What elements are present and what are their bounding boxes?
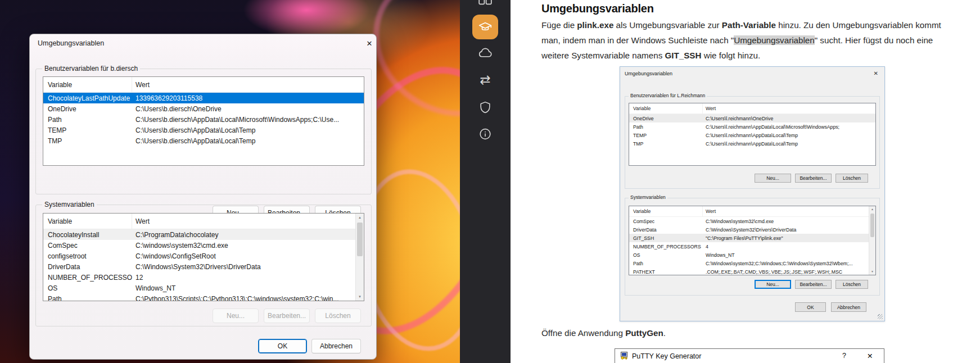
new-button: Neu... [755, 174, 791, 183]
table-row[interactable]: ComSpecC:\windows\system32\cmd.exe [43, 240, 356, 251]
system-variables-table[interactable]: Variable Wert ChocolateyInstallC:\Progra… [43, 213, 364, 301]
dialog-title: Umgebungsvariablen [625, 71, 672, 76]
edit-button: Bearbeiten... [795, 280, 832, 289]
sidebar-item-docs-active[interactable] [472, 15, 498, 39]
table-row[interactable]: TMPC:\Users\b.diersch\AppData\Local\Temp [43, 135, 364, 146]
page-title: Umgebungsvariablen [541, 2, 654, 15]
graduation-cap-icon [478, 20, 493, 34]
column-wert: Wert [132, 217, 150, 225]
column-variable: Variable [629, 103, 703, 114]
app-sidebar: ⇄ [460, 0, 511, 363]
table-row: NUMBER_OF_PROCESSORS4 [629, 242, 869, 251]
scroll-down-icon: ▼ [869, 269, 875, 275]
environment-variables-dialog: Umgebungsvariablen ✕ Benutzervariablen f… [29, 34, 377, 360]
table-row[interactable]: ChocolateyLastPathUpdate1339636292031155… [43, 93, 364, 103]
table-row: TMPC:\Users\l.reichmann\AppData\Local\Te… [629, 139, 875, 148]
scroll-up-icon: ▲ [869, 206, 875, 212]
user-variables-table[interactable]: Variable Wert ChocolateyLastPathUpdate13… [43, 76, 364, 166]
intro-paragraph: Füge die plink.exe als Umgebungsvariable… [541, 17, 941, 63]
table-row: PATHEXT.COM;.EXE;.BAT;.CMD;.VBS;.VBE;.JS… [629, 267, 869, 275]
putty-key-generator-window: PuTTY Key Generator ? ✕ [615, 348, 884, 363]
info-icon[interactable] [478, 127, 493, 141]
screen: Umgebungsvariablen ✕ Benutzervariablen f… [0, 0, 980, 363]
user-variables-table: Variable Wert OneDriveC:\Users\l.reichma… [629, 103, 876, 166]
scroll-down-icon[interactable]: ▼ [356, 293, 364, 301]
table-row[interactable]: configsetrootC:\windows\ConfigSetRoot [43, 251, 356, 261]
new-system-variable-button: Neu... [213, 308, 259, 323]
scrollbar: ▲ ▼ [869, 206, 875, 275]
table-row: DriverDataC:\Windows\System32\Drivers\Dr… [629, 225, 869, 234]
close-icon: ✕ [867, 352, 873, 360]
new-button: Neu... [755, 280, 791, 289]
scroll-up-icon[interactable]: ▲ [356, 214, 364, 221]
view-grid-icon[interactable] [478, 0, 493, 12]
user-variables-group-label: Benutzervariablen für b.diersch [42, 65, 140, 72]
table-row: PathC:\Windows\system32;C:\Windows;C:\Wi… [629, 259, 869, 267]
cloud-icon[interactable] [478, 46, 493, 60]
paragraph-line: weitere Systemvariable namens GIT_SSH wi… [541, 48, 941, 63]
window-title: PuTTY Key Generator [632, 352, 701, 360]
help-icon: ? [842, 352, 846, 360]
ok-button: OK [795, 302, 826, 312]
paragraph-line: man, indem man in der Windows Suchleiste… [541, 33, 941, 48]
column-variable: Variable [43, 77, 132, 92]
table-row[interactable]: NUMBER_OF_PROCESSORS12 [43, 272, 356, 283]
column-variable: Variable [43, 214, 132, 229]
shield-icon[interactable] [478, 100, 493, 115]
resize-grip [878, 314, 883, 319]
cancel-button[interactable]: Abbrechen [311, 339, 361, 353]
open-puttygen-line: Öffne die Anwendung PuttyGen. [541, 328, 666, 338]
paragraph-line: Füge die plink.exe als Umgebungsvariable… [541, 17, 941, 33]
table-row[interactable]: OSWindows_NT [43, 283, 356, 293]
docs-page: Umgebungsvariablen Füge die plink.exe al… [511, 0, 980, 363]
column-wert: Wert [132, 81, 150, 89]
delete-system-variable-button: Löschen [315, 308, 361, 323]
ok-button[interactable]: OK [258, 339, 307, 353]
table-row[interactable]: DriverDataC:\Windows\System32\Drivers\Dr… [43, 261, 356, 272]
puttygen-icon [620, 351, 629, 362]
scrollbar-thumb [870, 214, 874, 237]
table-row[interactable]: PathC:\Users\b.diersch\AppData\Local\Mic… [43, 114, 364, 125]
system-variables-group-label: Systemvariablen [629, 194, 667, 200]
table-header: Variable Wert [629, 103, 875, 114]
user-variables-group-label: Benutzervariablen für L.Reichmann [629, 93, 707, 98]
table-header: Variable Wert [43, 214, 364, 229]
table-row[interactable]: ChocolateyInstallC:\ProgramData\chocolat… [43, 229, 356, 240]
table-row[interactable]: OneDriveC:\Users\b.diersch\OneDrive [43, 103, 364, 114]
column-wert: Wert [703, 106, 716, 111]
column-wert: Wert [703, 208, 716, 214]
table-row[interactable]: TEMPC:\Users\b.diersch\AppData\Local\Tem… [43, 125, 364, 135]
scrollbar-thumb[interactable] [357, 223, 363, 256]
table-row[interactable]: PathC:\Python313\Scripts\;C:\Python313\;… [43, 293, 356, 301]
table-header: Variable Wert [629, 206, 875, 217]
table-row: OSWindows_NT [629, 251, 869, 259]
delete-button: Löschen [836, 174, 868, 183]
table-row: ComSpecC:\Windows\system32\cmd.exe [629, 217, 869, 225]
column-variable: Variable [629, 206, 703, 216]
table-row: OneDriveC:\Users\l.reichmann\OneDrive [629, 114, 875, 122]
table-row: PathC:\Users\l.reichmann\AppData\Local\M… [629, 122, 875, 131]
dialog-title: Umgebungsvariablen [38, 39, 104, 47]
system-variables-table: Variable Wert ComSpecC:\Windows\system32… [629, 206, 876, 275]
table-row: GIT_SSH"C:\Program Files\PuTTY\plink.exe… [629, 234, 869, 242]
close-icon: ✕ [874, 70, 878, 76]
delete-button: Löschen [836, 280, 868, 289]
edit-button: Bearbeiten... [795, 174, 832, 183]
close-icon[interactable]: ✕ [364, 38, 375, 49]
embedded-screenshot: Umgebungsvariablen ✕ Benutzervariablen f… [620, 66, 885, 321]
desktop-wallpaper: Umgebungsvariablen ✕ Benutzervariablen f… [0, 0, 460, 363]
cancel-button: Abbrechen [831, 302, 866, 312]
system-variables-group-label: Systemvariablen [42, 201, 97, 208]
table-header: Variable Wert [43, 77, 364, 93]
table-row: TEMPC:\Users\l.reichmann\AppData\Local\T… [629, 131, 875, 139]
edit-system-variable-button: Bearbeiten... [264, 308, 310, 323]
scrollbar[interactable]: ▲ ▼ [355, 214, 364, 301]
sync-icon[interactable]: ⇄ [480, 73, 490, 87]
